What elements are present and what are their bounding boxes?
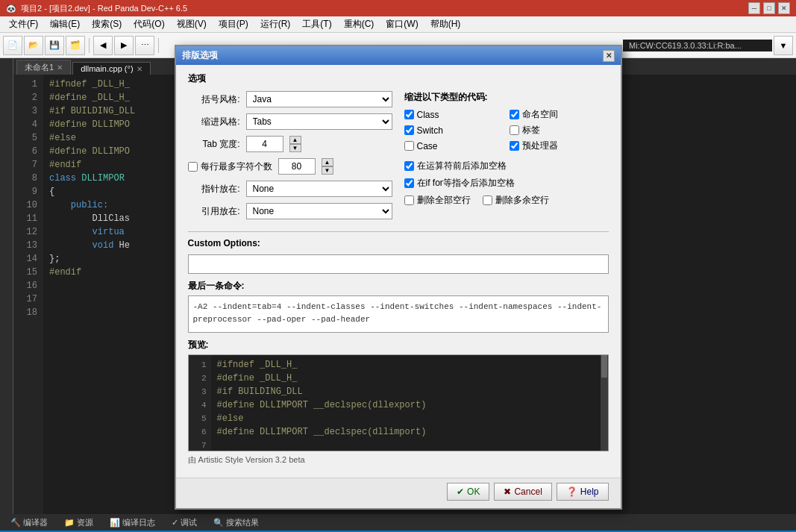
label-checkbox-label[interactable]: 标签 [510, 124, 609, 137]
namespace-checkbox[interactable] [510, 110, 519, 119]
switch-label: Switch [417, 125, 443, 136]
bracket-style-label: 括号风格: [188, 93, 240, 106]
class-label: Class [417, 110, 439, 120]
switch-checkbox[interactable] [404, 125, 414, 135]
add-spaces-op-label[interactable]: 在运算符前后添加空格 [404, 160, 609, 172]
right-section-title: 缩进以下类型的代码: [404, 91, 609, 104]
cancel-label: Cancel [514, 486, 542, 497]
bracket-style-row: 括号风格: Java [188, 91, 392, 107]
ref-align-label: 引用放在: [188, 205, 240, 218]
tab-width-input[interactable] [246, 136, 283, 152]
dialog-title: 排版选项 [182, 49, 218, 62]
extra-checkboxes: 在运算符前后添加空格 在if for等指令后添加空格 删除全部空行 [404, 160, 609, 207]
max-chars-input[interactable] [278, 158, 316, 175]
dialog-title-bar: 排版选项 ✕ [176, 46, 621, 65]
indent-style-row: 缩进风格: Tabs [188, 113, 392, 130]
switch-checkbox-label[interactable]: Switch [404, 124, 504, 137]
cancel-icon: ✖ [504, 486, 511, 497]
help-button[interactable]: ❓ Help [557, 483, 609, 501]
add-spaces-if-text: 在if for等指令后添加空格 [417, 177, 515, 190]
preview-scroll-thumb [601, 355, 607, 378]
left-column: 括号风格: Java 缩进风格: Tabs Tab 宽度: [188, 91, 392, 225]
ptr-align-select[interactable]: None [246, 181, 392, 197]
indent-style-label: 缩进风格: [188, 116, 240, 128]
max-chars-spinner: ▲ ▼ [322, 158, 333, 175]
preview-scrollbar[interactable] [601, 355, 608, 451]
tab-width-up[interactable]: ▲ [289, 136, 301, 144]
dialog-overlay: 排版选项 ✕ 选项 括号风格: Java 缩进风格: [0, 0, 796, 532]
ptr-align-row: 指针放在: None [188, 181, 392, 197]
case-checkbox-label[interactable]: Case [404, 140, 504, 152]
divider1 [188, 231, 609, 232]
preview-line-numbers: 1234567 [189, 355, 211, 451]
options-two-col: 括号风格: Java 缩进风格: Tabs Tab 宽度: [188, 91, 609, 225]
ok-button[interactable]: ✔ OK [447, 483, 489, 501]
preview-title: 预览: [188, 339, 609, 351]
ref-align-row: 引用放在: None [188, 203, 392, 219]
custom-options-label: Custom Options: [188, 238, 260, 248]
ok-label: OK [467, 486, 480, 497]
indent-style-select[interactable]: Tabs [246, 113, 392, 130]
tab-width-row: Tab 宽度: ▲ ▼ [188, 136, 392, 152]
last-command-box: -A2 --indent=tab=4 --indent-classes --in… [188, 295, 609, 333]
ref-align-select[interactable]: None [246, 203, 392, 219]
class-checkbox-label[interactable]: Class [404, 108, 504, 121]
preview-section: 预览: 1234567 #ifndef _DLL_H_ #define _DLL… [188, 339, 609, 451]
right-column: 缩进以下类型的代码: Class 命名空间 Switch [404, 91, 609, 225]
class-checkbox[interactable] [404, 110, 414, 119]
tab-width-down[interactable]: ▼ [289, 144, 301, 152]
custom-options-input[interactable] [188, 254, 609, 274]
remove-empty-row: 删除全部空行 删除多余空行 [404, 194, 609, 207]
ok-icon: ✔ [457, 486, 464, 497]
max-chars-checkbox[interactable] [188, 162, 198, 172]
add-spaces-op-checkbox[interactable] [404, 161, 414, 171]
remove-empty-checkbox[interactable] [404, 195, 414, 205]
add-spaces-op-text: 在运算符前后添加空格 [417, 160, 507, 172]
max-chars-checkbox-label[interactable]: 每行最多字符个数 [188, 160, 272, 173]
custom-options-row: Custom Options: [188, 238, 609, 248]
label-label: 标签 [522, 124, 540, 137]
dialog-close-button[interactable]: ✕ [603, 50, 615, 62]
remove-extra-label[interactable]: 删除多余空行 [483, 194, 549, 207]
preprocessor-checkbox[interactable] [510, 141, 519, 151]
preprocessor-label: 预处理器 [522, 140, 558, 152]
ptr-align-label: 指针放在: [188, 183, 240, 195]
options-section-title: 选项 [188, 72, 609, 85]
last-command-label: 最后一条命令: [188, 280, 609, 292]
bracket-style-select[interactable]: Java [246, 91, 392, 107]
tab-width-spinner: ▲ ▼ [289, 136, 301, 152]
remove-empty-text: 删除全部空行 [417, 194, 471, 207]
cancel-button[interactable]: ✖ Cancel [494, 483, 551, 501]
footer-source: 由 Artistic Style Version 3.2 beta [188, 451, 609, 470]
remove-empty-label[interactable]: 删除全部空行 [404, 194, 471, 207]
preview-box: 1234567 #ifndef _DLL_H_ #define _DLL_H_ … [188, 354, 609, 451]
dialog-body: 选项 括号风格: Java 缩进风格: Tabs [176, 65, 621, 478]
dialog-buttons: ✔ OK ✖ Cancel ❓ Help [176, 478, 621, 508]
max-chars-label: 每行最多字符个数 [201, 160, 272, 173]
max-chars-row: 每行最多字符个数 ▲ ▼ [188, 158, 392, 175]
remove-extra-text: 删除多余空行 [495, 194, 549, 207]
remove-extra-checkbox[interactable] [483, 195, 492, 205]
indent-checkboxes: Class 命名空间 Switch 标签 [404, 108, 609, 152]
tab-width-label: Tab 宽度: [188, 138, 240, 151]
max-chars-up[interactable]: ▲ [322, 158, 333, 166]
max-chars-down[interactable]: ▼ [322, 166, 333, 175]
add-spaces-if-label[interactable]: 在if for等指令后添加空格 [404, 177, 609, 190]
preprocessor-checkbox-label[interactable]: 预处理器 [510, 140, 609, 152]
case-checkbox[interactable] [404, 141, 414, 151]
help-label: Help [580, 486, 599, 497]
namespace-label: 命名空间 [522, 108, 558, 121]
help-icon: ❓ [566, 486, 577, 497]
label-checkbox[interactable] [510, 125, 519, 135]
preview-code: #ifndef _DLL_H_ #define _DLL_H_ #if BUIL… [211, 355, 601, 451]
format-options-dialog: 排版选项 ✕ 选项 括号风格: Java 缩进风格: [175, 45, 622, 510]
add-spaces-if-checkbox[interactable] [404, 178, 414, 188]
namespace-checkbox-label[interactable]: 命名空间 [510, 108, 609, 121]
case-label: Case [417, 141, 438, 151]
